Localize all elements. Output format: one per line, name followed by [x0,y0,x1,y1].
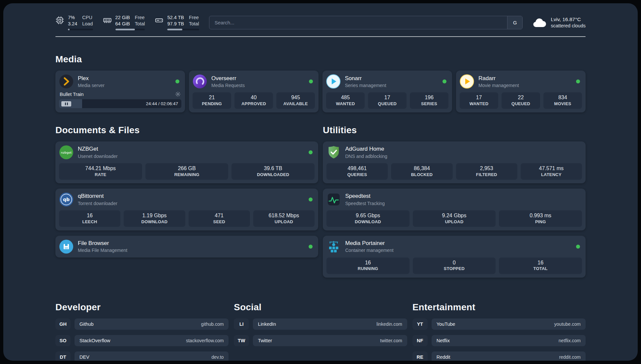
overseerr-titles: Overseerr Media Requests [211,75,245,88]
stat-value: 0.993 ms [500,212,581,219]
status-dot [576,79,580,83]
bookmark-reddit[interactable]: RE Reddit reddit.com [412,351,586,361]
bookmark-dev[interactable]: DT DEV dev.to [55,351,229,361]
social-column: Social LI LinkedIn linkedin.com TW Twitt… [234,302,407,351]
stat-value: 22 [503,94,539,101]
search-engine-button[interactable]: G [507,16,522,29]
svg-text:nzbget: nzbget [61,151,72,154]
overseerr-card[interactable]: Overseerr Media Requests 21 PENDING 40 A… [189,71,319,112]
adguard-card[interactable]: AdGuard Home DNS and adblocking 498,461 … [323,141,586,183]
stat-label: PENDING [194,101,230,106]
stat-label: WANTED [461,101,497,106]
bookmark-github[interactable]: GH Github github.com [55,318,229,330]
stat-value: 2,953 [457,165,516,172]
stat-label: PING [500,219,581,225]
stat-label: UPLOAD [255,219,313,225]
stat-value: 945 [278,94,314,101]
bookmark-abbr: YT [412,318,428,330]
search-input[interactable] [209,16,507,29]
disk-total-value: 97.9 TB [167,21,184,27]
cpu-load-label: Load [82,21,93,27]
qbittorrent-card[interactable]: qb qBittorrent Torrent downloader 16 LEE… [55,189,318,230]
stat-value: 17 [369,94,405,101]
app-subtitle: Usenet downloader [78,154,118,159]
bookmark-stackoverflow[interactable]: SO StackOverflow stackoverflow.com [55,335,229,346]
stat-label: AVAILABLE [278,101,314,106]
stat-label: TOTAL [500,266,581,271]
bookmark-linkedin[interactable]: LI LinkedIn linkedin.com [234,318,407,330]
portainer-card[interactable]: Media Portainer Container management 16 … [323,236,586,278]
filebrowser-card[interactable]: File Browser Media File Management [55,236,318,258]
filebrowser-icon [59,239,74,254]
svg-text:qb: qb [63,197,70,202]
stat-tile: 744.21 Mbps RATE [59,163,142,180]
gear-icon[interactable] [175,91,181,97]
stat-value: 39.6 TB [233,165,313,172]
app-subtitle: Speedtest Tracking [345,201,385,206]
stat-value: 834 [545,94,581,101]
stat-value: 9.65 Gbps [328,212,408,219]
stat-label: DOWNLOADED [233,172,313,177]
stat-value: 16 [500,259,581,266]
qbittorrent-titles: qBittorrent Torrent downloader [78,193,117,206]
bookmark-abbr: TW [234,335,249,346]
nzbget-card[interactable]: nzbget NZBGet Usenet downloader 744.21 M… [55,141,318,183]
cpu-stat-body: 7% 3.24 CPU Load [68,15,93,30]
app-subtitle: Container management [345,248,393,253]
bookmark-twitter[interactable]: TW Twitter twitter.com [234,335,407,346]
sonarr-card[interactable]: Sonarr Series management 485 WANTED 17 Q… [322,71,452,112]
playback-progress-bar[interactable]: 24:44 / 02:06:47 [59,99,181,108]
app-title: File Browser [78,240,127,247]
ram-total-label: Total [135,21,145,27]
disk-progress-fill [167,29,182,30]
bookmark-netflix[interactable]: NF Netflix netflix.com [412,335,586,346]
cpu-load-value: 3.24 [68,21,77,27]
app-subtitle: Media Requests [211,83,245,88]
bookmark-name: YouTube [437,321,455,327]
radarr-card[interactable]: Radarr Movie management 17 WANTED 22 QUE… [456,71,586,112]
stat-tile: 498,461 QUERIES [326,163,388,180]
bookmark-url: twitter.com [380,338,402,343]
stat-tile: 485 WANTED [326,92,365,109]
app-title: Speedtest [345,193,385,199]
bookmark-abbr: SO [55,335,71,346]
pause-button[interactable] [61,101,71,106]
speedtest-card[interactable]: Speedtest Speedtest Tracking 9.65 Gbps D… [323,189,586,230]
disk-total-label: Total [189,21,199,27]
cpu-icon [55,16,64,25]
disk-free-label: Free [189,15,199,21]
adguard-icon [326,145,341,160]
plex-card[interactable]: Plex Media server Bullet Train [55,71,185,112]
stat-label: RATE [60,172,141,177]
app-title: Sonarr [345,75,386,82]
app-title: Overseerr [211,75,245,82]
stat-value: 266 GB [147,165,227,172]
section-heading-documents: Documents & Files [55,125,318,136]
bookmark-url: linkedin.com [377,321,402,327]
cpu-usage-value: 7% [68,15,77,21]
status-dot [309,197,313,201]
stat-label: QUEUED [369,101,405,106]
nzbget-titles: NZBGet Usenet downloader [78,146,118,159]
bookmark-url: reddit.com [559,354,581,360]
weather-text: Lviv, 16.87°C scattered clouds [551,16,586,28]
radarr-icon [460,74,474,89]
section-heading-utilities: Utilities [323,125,586,136]
app-subtitle: Media File Management [78,248,127,253]
stat-label: FILTERED [457,172,516,177]
dashboard-content: 7% 3.24 CPU Load [3,3,638,361]
divider [55,36,586,37]
nzbget-icon: nzbget [59,145,74,160]
disk-stat-body: 52.4 TB 97.9 TB Free Total [167,15,199,30]
weather-location: Lviv, 16.87°C [551,16,586,22]
media-card-row: Plex Media server Bullet Train [55,71,586,112]
utilities-column: Utilities AdGuard Home DNS and [323,125,586,283]
bookmark-url: stackoverflow.com [186,338,224,343]
ram-free-value: 22 GiB [115,15,130,21]
bookmark-youtube[interactable]: YT YouTube youtube.com [412,318,586,330]
portainer-titles: Media Portainer Container management [345,240,393,253]
bookmark-abbr: GH [55,318,71,330]
dashboard-panel: 7% 3.24 CPU Load [3,3,638,361]
cpu-progress-track [68,29,93,30]
stat-value: 47.571 ms [522,165,581,172]
